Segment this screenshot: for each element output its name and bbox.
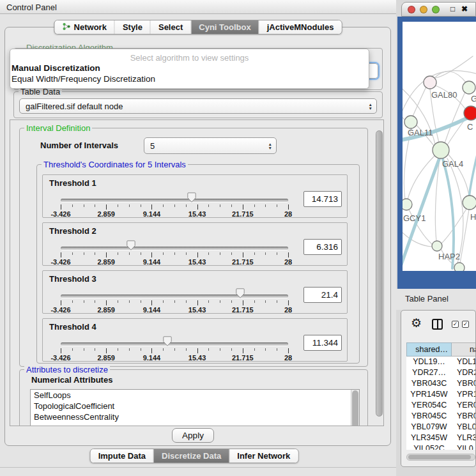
tab-discretize-data[interactable]: Discretize Data bbox=[154, 449, 229, 463]
tick-mark bbox=[197, 300, 198, 305]
network-edge-thick[interactable] bbox=[469, 152, 476, 197]
cell-shared-name: YDL19… bbox=[406, 357, 452, 367]
network-edge[interactable] bbox=[445, 92, 465, 143]
attribute-item[interactable]: TopologicalCoefficient bbox=[31, 401, 359, 411]
table-row[interactable]: YBR045CYBR0 bbox=[406, 411, 476, 422]
slider-thumb[interactable] bbox=[236, 288, 245, 298]
tick-mark bbox=[265, 300, 266, 303]
cell-name: YBL0 bbox=[452, 422, 476, 433]
tab-impute-data[interactable]: Impute Data bbox=[91, 449, 154, 463]
network-node-gal4[interactable] bbox=[433, 142, 449, 158]
table-row[interactable]: YIL052CYIL0 bbox=[406, 443, 476, 450]
tab-network[interactable]: Network bbox=[55, 20, 115, 34]
minimize-traffic-light[interactable] bbox=[420, 6, 427, 13]
slider-thumb[interactable] bbox=[187, 192, 196, 203]
table-row[interactable]: YPR145WYPR1 bbox=[406, 389, 476, 400]
tick-mark bbox=[95, 252, 95, 255]
tick-label: 2.859 bbox=[97, 354, 115, 362]
table-row[interactable]: YDL19…YDL1 bbox=[406, 357, 476, 367]
network-window-titlebar[interactable]: □ ✖ bbox=[401, 2, 476, 17]
threshold-box: Threshold 3-3.4262.8599.14415.4321.71528… bbox=[42, 270, 348, 314]
tick-label: -3.426 bbox=[50, 306, 70, 314]
tick-mark bbox=[254, 300, 255, 303]
table-row[interactable]: YLR345WYLR3 bbox=[406, 433, 476, 443]
float-icon[interactable]: □ bbox=[450, 4, 455, 13]
checkbox-icon[interactable]: ✓ bbox=[462, 321, 469, 328]
network-edge[interactable] bbox=[436, 56, 473, 78]
column-header-shared-name[interactable]: shared… bbox=[406, 342, 452, 357]
network-node-gal80[interactable] bbox=[424, 76, 436, 89]
slider-thumb[interactable] bbox=[127, 240, 135, 250]
horizontal-scrollbar[interactable] bbox=[406, 454, 475, 461]
close-traffic-light[interactable] bbox=[408, 6, 415, 13]
network-edge[interactable] bbox=[408, 156, 434, 199]
threshold-value-field[interactable]: 11.344 bbox=[303, 335, 342, 351]
slider-track[interactable] bbox=[61, 247, 288, 250]
tab-jactivemnodules[interactable]: jActiveMNodules bbox=[259, 20, 342, 34]
table-row[interactable]: YBL079WYBL0 bbox=[406, 422, 476, 433]
tick-mark bbox=[243, 300, 243, 305]
threshold-label: Threshold 4 bbox=[49, 322, 96, 332]
tab-style[interactable]: Style bbox=[115, 20, 151, 34]
checkbox-icon[interactable]: ✓ bbox=[452, 321, 459, 328]
table-row[interactable]: YDR27…YDR2 bbox=[406, 367, 476, 378]
cell-name: YER0 bbox=[452, 400, 476, 411]
attribute-item[interactable]: SelfLoops bbox=[31, 390, 359, 401]
tick-mark bbox=[243, 348, 243, 353]
network-edge[interactable] bbox=[413, 87, 426, 116]
network-node-c[interactable] bbox=[464, 106, 476, 120]
table-row[interactable]: YER054CYER0 bbox=[406, 400, 476, 411]
control-panel-title: Control Panel bbox=[6, 3, 57, 12]
network-node-h[interactable] bbox=[463, 196, 476, 210]
tick-mark bbox=[197, 204, 198, 210]
network-node-gal11[interactable] bbox=[404, 116, 417, 128]
threshold-value-field[interactable]: 6.316 bbox=[303, 239, 342, 255]
tick-mark bbox=[186, 300, 187, 303]
table-data-combobox[interactable]: galFiltered.sif default node ▲▼ bbox=[19, 98, 377, 114]
network-canvas[interactable]: GAL80GACGAL11GAL4GCY1HHAP2 bbox=[403, 22, 476, 271]
network-graph[interactable]: GAL80GACGAL11GAL4GCY1HHAP2 bbox=[403, 22, 476, 271]
horizontal-scrollbar-thumb[interactable] bbox=[408, 455, 471, 459]
network-node[interactable] bbox=[454, 263, 464, 271]
slider-track[interactable] bbox=[61, 199, 288, 202]
split-view-icon[interactable] bbox=[432, 319, 443, 330]
gear-icon[interactable]: ⚙ bbox=[411, 316, 422, 330]
tick-mark bbox=[129, 348, 130, 351]
network-edge[interactable] bbox=[447, 158, 463, 263]
tab-cyni-toolbox[interactable]: Cyni Toolbox bbox=[191, 20, 259, 34]
option-equal-width-frequency[interactable]: Equal Width/Frequency Discretization bbox=[12, 74, 155, 84]
list-scrollbar-thumb[interactable] bbox=[352, 390, 358, 426]
zoom-traffic-light[interactable] bbox=[432, 6, 440, 13]
cyni-toolbox-panel: Discretization Algorithm Select algorith… bbox=[4, 27, 391, 446]
network-node-hap2[interactable] bbox=[432, 241, 442, 251]
attribute-item[interactable]: BetweennessCentrality bbox=[31, 411, 359, 422]
tick-mark bbox=[118, 300, 118, 303]
slider-thumb[interactable] bbox=[163, 336, 172, 346]
network-node-gcy1[interactable] bbox=[403, 199, 412, 210]
tick-label: 21.715 bbox=[232, 210, 254, 218]
cell-name: YDR2 bbox=[452, 367, 476, 378]
threshold-value-field[interactable]: 21.4 bbox=[303, 287, 342, 303]
tick-mark bbox=[197, 252, 198, 257]
tab-select[interactable]: Select bbox=[151, 20, 191, 34]
network-node-ga[interactable] bbox=[463, 81, 475, 94]
apply-button[interactable]: Apply bbox=[172, 428, 214, 443]
tick-mark bbox=[106, 300, 107, 305]
slider-track[interactable] bbox=[61, 295, 288, 298]
option-manual-discretization[interactable]: Manual Discretization bbox=[12, 63, 100, 73]
column-header-name[interactable]: na bbox=[452, 342, 476, 357]
list-scrollbar[interactable] bbox=[351, 390, 359, 426]
number-of-intervals-label: Number of Intervals bbox=[40, 141, 118, 150]
tab-infer-network[interactable]: Infer Network bbox=[229, 449, 298, 463]
tick-mark bbox=[288, 300, 289, 305]
table-panel: ⚙ ✓ ✓ shared… na YDL19…YDL1YDR27…YDR2YBR… bbox=[401, 310, 476, 467]
number-of-intervals-combobox[interactable]: 5 ▲▼ bbox=[144, 137, 277, 154]
table-row[interactable]: YBR043CYBR0 bbox=[406, 378, 476, 389]
close-icon[interactable]: ✖ bbox=[461, 4, 468, 13]
threshold-value-field[interactable]: 14.713 bbox=[303, 191, 342, 207]
tick-mark bbox=[106, 348, 107, 353]
slider-track[interactable] bbox=[61, 342, 288, 346]
numerical-attributes-list[interactable]: SelfLoopsTopologicalCoefficientBetweenne… bbox=[30, 389, 360, 426]
tick-mark bbox=[288, 204, 289, 210]
panel-scrollbar-thumb[interactable] bbox=[376, 130, 383, 417]
